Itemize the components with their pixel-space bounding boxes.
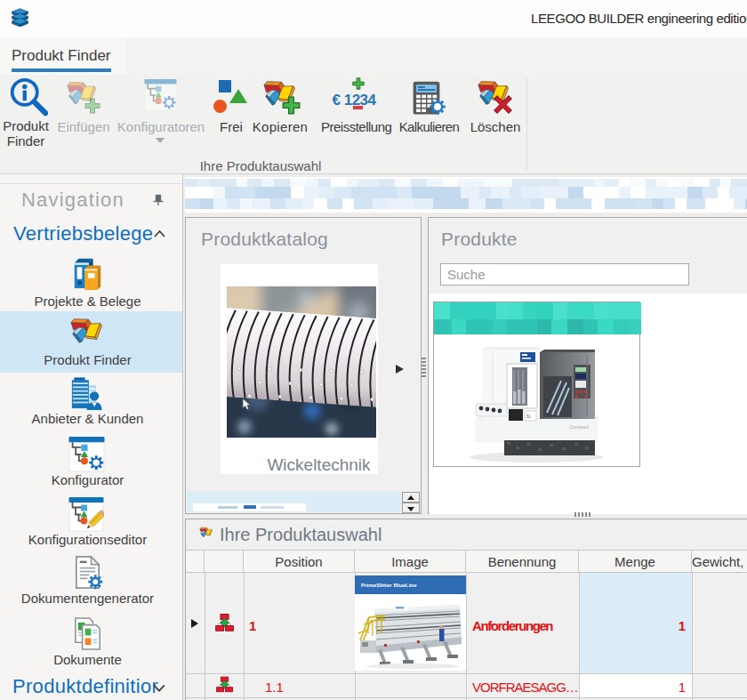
svg-text:BL: BL (526, 414, 532, 419)
svg-text:Compact: Compact (569, 424, 589, 430)
svg-text:PrimeSlitter BlueLine: PrimeSlitter BlueLine (361, 582, 417, 588)
